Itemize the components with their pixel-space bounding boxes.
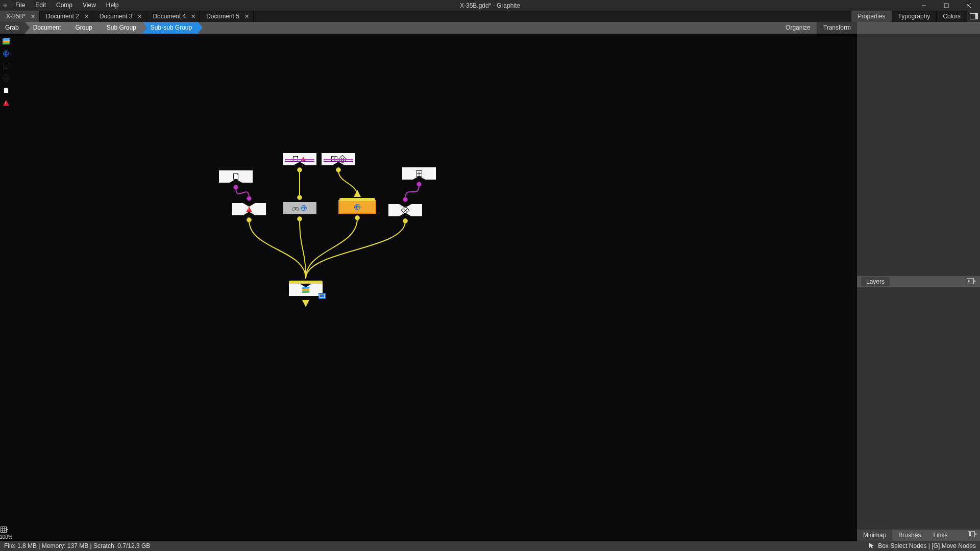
layers-panel[interactable] xyxy=(857,287,980,530)
close-icon[interactable]: ✕ xyxy=(191,13,195,20)
window-minimize[interactable] xyxy=(913,0,935,11)
node-graph-canvas[interactable] xyxy=(12,34,857,541)
document-tab-label: Document 3 xyxy=(100,13,133,20)
graph-node[interactable] xyxy=(283,153,316,165)
document-tab-label: Document 2 xyxy=(46,13,79,20)
window-title: X-35B.gdd* - Graphite xyxy=(460,2,520,9)
tool-strip: 100% xyxy=(0,34,12,541)
tool-cross[interactable] xyxy=(2,61,11,70)
graph-node[interactable] xyxy=(232,203,266,215)
breadcrumb-bar: Grab Document Group Sub Group Sub-sub Gr… xyxy=(0,22,857,34)
tool-stack[interactable] xyxy=(2,37,11,46)
document-tab[interactable]: X-35B* ✕ xyxy=(0,11,40,22)
graph-node[interactable] xyxy=(289,284,323,296)
tab-brushes[interactable]: Brushes xyxy=(892,530,927,541)
close-icon[interactable]: ✕ xyxy=(244,13,249,20)
document-tab-label: Document 5 xyxy=(206,13,239,20)
tab-typography[interactable]: Typography xyxy=(892,11,937,22)
status-left: File: 1.8 MB | Memory: 137 MB | Scratch:… xyxy=(4,542,150,549)
document-tab[interactable]: Document 4 ✕ xyxy=(146,11,200,22)
document-tab-label: X-35B* xyxy=(6,13,26,20)
graph-node[interactable] xyxy=(339,201,375,213)
window-maximize[interactable] xyxy=(935,0,958,11)
menu-bar: File Edit Comp View Help xyxy=(10,0,124,11)
tab-colors[interactable]: Colors xyxy=(936,11,967,22)
graph-node[interactable] xyxy=(388,204,422,216)
mode-transform[interactable]: Transform xyxy=(817,22,857,34)
menu-help[interactable]: Help xyxy=(101,0,124,11)
mode-organize[interactable]: Organize xyxy=(779,22,817,34)
layers-header: Layers xyxy=(857,276,980,287)
menu-view[interactable]: View xyxy=(78,0,101,11)
breadcrumb-item[interactable]: Document xyxy=(25,22,67,34)
graph-node[interactable] xyxy=(283,202,316,214)
menu-comp[interactable]: Comp xyxy=(51,0,78,11)
wire[interactable] xyxy=(306,218,357,279)
breadcrumb-item[interactable]: Sub-sub Group xyxy=(142,22,198,34)
document-tab[interactable]: Document 2 ✕ xyxy=(40,11,93,22)
status-hint: Box Select Nodes | [G] Move Nodes xyxy=(878,542,976,549)
graph-node[interactable] xyxy=(322,153,355,165)
title-bar: ✳ File Edit Comp View Help X-35B.gdd* - … xyxy=(0,0,980,11)
svg-rect-8 xyxy=(1,527,7,533)
inspector-tab-bar: Properties Typography Colors xyxy=(851,11,980,22)
close-icon[interactable]: ✕ xyxy=(31,13,35,20)
document-tab[interactable]: Document 5 ✕ xyxy=(200,11,254,22)
zoom-level[interactable]: 100% xyxy=(0,534,13,540)
menu-file[interactable]: File xyxy=(10,0,30,11)
layers-tab[interactable]: Layers xyxy=(861,277,890,286)
tool-target[interactable] xyxy=(2,73,11,83)
close-icon[interactable]: ✕ xyxy=(137,13,142,20)
layers-options-icon[interactable] xyxy=(967,278,976,286)
tool-page[interactable] xyxy=(2,86,11,95)
tab-links[interactable]: Links xyxy=(927,530,953,541)
grab-mode[interactable]: Grab xyxy=(0,22,25,34)
svg-rect-1 xyxy=(944,4,948,8)
wire[interactable] xyxy=(405,185,419,199)
panel-popout-icon[interactable] xyxy=(965,530,980,541)
wire[interactable] xyxy=(249,220,306,279)
document-tab[interactable]: Document 3 ✕ xyxy=(93,11,147,22)
properties-panel xyxy=(857,34,980,276)
app-icon: ✳ xyxy=(0,2,10,9)
bottom-tab-bar: Minimap Brushes Links xyxy=(857,530,980,541)
select-mode-icon xyxy=(869,542,875,550)
close-icon[interactable]: ✕ xyxy=(84,13,89,20)
breadcrumb-item[interactable]: Sub Group xyxy=(99,22,142,34)
graph-node[interactable] xyxy=(219,170,253,183)
wire[interactable] xyxy=(306,221,405,279)
tab-properties[interactable]: Properties xyxy=(851,11,892,22)
panel-toggle-right[interactable] xyxy=(967,11,980,22)
tool-globe[interactable] xyxy=(2,49,11,58)
document-tab-label: Document 4 xyxy=(153,13,186,20)
wire[interactable] xyxy=(300,219,306,279)
svg-rect-15 xyxy=(969,532,971,536)
tab-minimap[interactable]: Minimap xyxy=(857,530,892,541)
breadcrumb-item[interactable]: Group xyxy=(67,22,98,34)
svg-rect-7 xyxy=(975,14,977,19)
wire-layer xyxy=(12,34,857,541)
menu-edit[interactable]: Edit xyxy=(30,0,51,11)
window-close[interactable] xyxy=(958,0,980,11)
right-pane: Layers Minimap Brushes Links xyxy=(857,22,980,541)
tool-warn[interactable] xyxy=(2,98,11,107)
graph-node[interactable] xyxy=(402,167,436,180)
grid-icon[interactable] xyxy=(0,525,9,534)
document-tab-bar: X-35B* ✕ Document 2 ✕ Document 3 ✕ Docum… xyxy=(0,11,980,22)
output-chip-icon xyxy=(318,293,326,299)
status-bar: File: 1.8 MB | Memory: 137 MB | Scratch:… xyxy=(0,541,980,551)
